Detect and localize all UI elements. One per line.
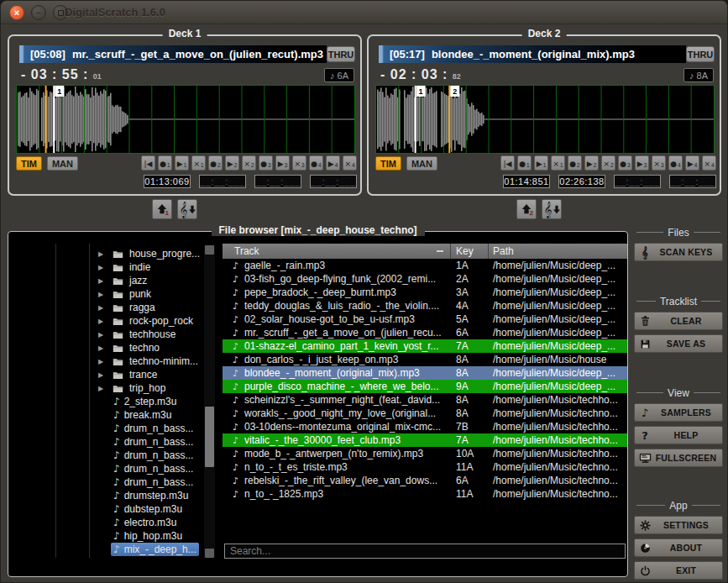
sort-indicator-icon[interactable]	[437, 250, 443, 252]
manual-mode-button[interactable]: MAN	[406, 156, 437, 171]
tree-item[interactable]: ♪mix_-_deep_h...	[17, 543, 203, 556]
expand-arrow-icon[interactable]: ▶	[98, 371, 107, 379]
table-row[interactable]: ♪03-fish_go_deep-flying_funk_(2002_remi.…	[223, 272, 627, 286]
tree-item[interactable]: ▶trance	[17, 368, 203, 381]
cue-4-set-button[interactable]: ●4	[668, 155, 683, 171]
cue-4-play-button[interactable]: ▶4	[326, 155, 340, 171]
tree-item[interactable]: ♪drum_n_bass...	[17, 475, 203, 489]
cue-1-play-button[interactable]: ▶1	[175, 155, 189, 171]
tree-item[interactable]: ♪drum_n_bass...	[17, 422, 203, 435]
cue-1-set-button[interactable]: ●1	[158, 155, 172, 171]
cue-3-delete-button[interactable]: ×3	[652, 155, 666, 171]
cue-3-play-button[interactable]: ▶3	[635, 155, 649, 171]
column-header-path[interactable]: Path	[489, 244, 627, 259]
tree-item[interactable]: ▶jazz	[17, 274, 203, 287]
table-row[interactable]: ♪mr._scruff_-_get_a_move_on_(julien_recu…	[223, 326, 627, 339]
table-row[interactable]: ♪worakls_-_good_night_my_love_(original.…	[223, 407, 627, 420]
close-icon[interactable]: ×	[9, 5, 24, 20]
scroll-down-icon[interactable]	[205, 549, 214, 558]
tree-item[interactable]: ▶techhouse	[17, 328, 203, 341]
cue-2-play-button[interactable]: ▶2	[584, 155, 599, 171]
table-row[interactable]: ♪vitalic_-_the_30000_feet_club.mp37A/hom…	[223, 433, 627, 447]
load-track-deck-2-button[interactable]: 2	[516, 199, 537, 219]
cue-3-set-button[interactable]: ●3	[259, 155, 273, 171]
table-row[interactable]: ♪purple_disco_machine_-_where_we_belo...…	[223, 380, 627, 393]
timecode-mode-button[interactable]: TIM	[16, 156, 42, 171]
timecode-mode-button[interactable]: TIM	[375, 156, 401, 171]
cue-2-set-button[interactable]: ●2	[208, 155, 223, 171]
table-header[interactable]: Track Key Path	[223, 244, 627, 259]
help-button[interactable]: ?HELP	[634, 426, 723, 444]
table-row[interactable]: ♪mode_b_-_antwerpen_(n'to_remix).mp310A/…	[223, 447, 627, 460]
cue-2-set-button[interactable]: ●2	[568, 155, 582, 171]
tree-item[interactable]: ♪electro.m3u	[17, 516, 203, 529]
expand-arrow-icon[interactable]: ▶	[98, 291, 107, 298]
cue-1-delete-button[interactable]: ×1	[191, 155, 206, 171]
cue-4-play-button[interactable]: ▶4	[685, 155, 699, 171]
settings-button[interactable]: SETTINGS	[634, 516, 723, 534]
table-row[interactable]: ♪don_carlos_-_i_just_keep_on.mp38A/home/…	[223, 353, 627, 366]
tree-item[interactable]: ♪dubstep.m3u	[17, 502, 203, 516]
tree-item[interactable]: ♪break.m3u	[17, 408, 203, 422]
load-matching-key-deck-1-button[interactable]: 𝄞	[177, 199, 197, 219]
tree-item[interactable]: ▶techno-minim...	[17, 355, 203, 368]
column-header-key[interactable]: Key	[451, 244, 489, 259]
thru-button[interactable]: THRU	[327, 46, 355, 62]
cue-3-play-button[interactable]: ▶3	[275, 155, 290, 171]
cue-3-delete-button[interactable]: ×3	[292, 155, 306, 171]
tree-item[interactable]: ♪hip_hop.m3u	[17, 529, 203, 543]
track-table[interactable]: Track Key Path ♪gaelle_-_rain.mp31A/home…	[223, 244, 627, 501]
save-tracklist-as-button[interactable]: SAVE AS	[634, 334, 723, 353]
table-row[interactable]: ♪pepe_bradock_-_deep_burnt.mp33A/home/ju…	[223, 286, 627, 299]
tree-item[interactable]: ▶punk	[17, 287, 203, 301]
tree-item[interactable]: ♪drum_n_bass...	[17, 435, 203, 449]
table-row[interactable]: ♪01-shazz-el_camino_part_1_kevin_yost_r.…	[223, 339, 627, 353]
tree-item[interactable]: ♪drum_n_bass...	[17, 449, 203, 462]
tree-item[interactable]: ▶house_progre...	[17, 247, 203, 260]
manual-mode-button[interactable]: MAN	[47, 156, 78, 171]
table-row[interactable]: ♪03-10dens--montezuma_original_mix-cmc..…	[223, 420, 627, 433]
fullscreen-button[interactable]: FULLSCREEN	[634, 449, 723, 467]
expand-arrow-icon[interactable]: ▶	[98, 304, 107, 312]
folder-tree[interactable]: ▶house_progre...▶indie▶jazz▶punk▶ragga▶r…	[17, 244, 217, 570]
skip-to-start-button[interactable]: |◀	[500, 155, 515, 171]
tree-item[interactable]: ▶indie	[17, 260, 203, 274]
table-row[interactable]: ♪scheinizzl's_-_summer_night_(feat._davi…	[223, 393, 627, 407]
scrollbar-thumb[interactable]	[205, 407, 214, 467]
expand-arrow-icon[interactable]: ▶	[98, 331, 107, 339]
column-header-track[interactable]: Track	[223, 244, 451, 259]
expand-arrow-icon[interactable]: ▶	[98, 264, 107, 271]
thru-button[interactable]: THRU	[686, 46, 715, 62]
table-row[interactable]: ♪blondee_-_moment_(original_mix).mp38A/h…	[223, 366, 627, 380]
expand-arrow-icon[interactable]: ▶	[98, 358, 107, 365]
clear-tracklist-button[interactable]: CLEAR	[634, 312, 723, 330]
expand-arrow-icon[interactable]: ▶	[98, 344, 107, 352]
table-row[interactable]: ♪02_solar_house-got_to_be_u-usf.mp35A/ho…	[223, 313, 627, 326]
cue-1-delete-button[interactable]: ×1	[551, 155, 565, 171]
tree-item[interactable]: ▶trip_hop	[17, 381, 203, 395]
cue-2-delete-button[interactable]: ×2	[242, 155, 256, 171]
expand-arrow-icon[interactable]: ▶	[98, 318, 107, 325]
load-matching-key-deck-2-button[interactable]: 𝄞	[542, 199, 562, 219]
cue-1-set-button[interactable]: ●1	[517, 155, 532, 171]
cue-3-set-button[interactable]: ●3	[618, 155, 632, 171]
cue-4-delete-button[interactable]: ×4	[343, 155, 357, 171]
scan-keys-button[interactable]: 𝄞SCAN KEYS	[634, 243, 723, 261]
table-row[interactable]: ♪gaelle_-_rain.mp31A/home/julien/Music/d…	[223, 259, 627, 272]
samplers-button[interactable]: ♪SAMPLERS	[634, 403, 723, 422]
minimize-icon[interactable]: −	[31, 5, 46, 20]
search-input[interactable]	[224, 544, 626, 559]
table-row[interactable]: ♪n_to_-_t_es_triste.mp311A/home/julien/M…	[223, 460, 627, 474]
waveform-display[interactable]: 12	[375, 85, 715, 154]
tree-item[interactable]: ▶rock-pop_rock	[17, 314, 203, 328]
cue-4-delete-button[interactable]: ×4	[702, 155, 716, 171]
about-button[interactable]: ABOUT	[634, 538, 723, 557]
cue-4-set-button[interactable]: ●4	[309, 155, 323, 171]
skip-to-start-button[interactable]: |◀	[141, 155, 155, 171]
table-row[interactable]: ♪rebelski_-_the_rift_valley_(lee_van_dow…	[223, 474, 627, 487]
exit-button[interactable]: EXIT	[634, 561, 723, 580]
load-track-deck-1-button[interactable]: 1	[152, 199, 172, 219]
table-row[interactable]: ♪teddy_douglas_&_luis_radio_-_the_violin…	[223, 299, 627, 313]
scroll-up-icon[interactable]	[205, 245, 214, 255]
search-box[interactable]	[224, 543, 626, 558]
